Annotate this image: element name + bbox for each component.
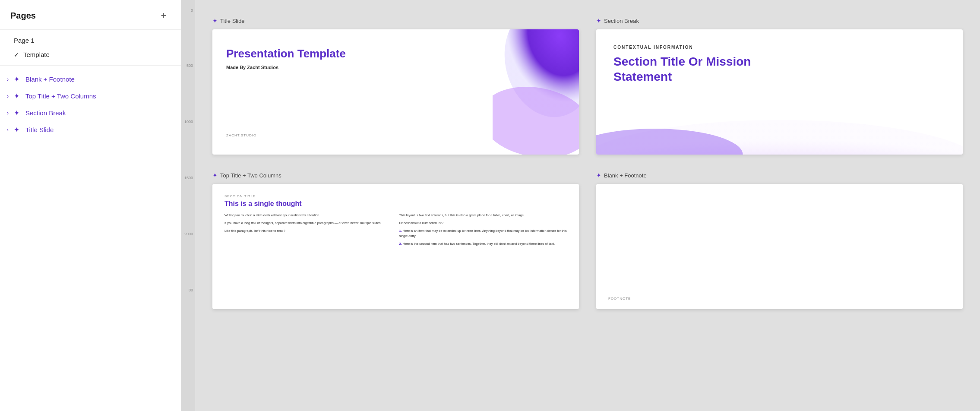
drag-icon-title-slide: ✦ [14, 126, 19, 134]
sidebar-header: Pages + [0, 0, 181, 30]
two-col-left: Writing too much in a slide deck will lo… [224, 213, 392, 249]
slides-container: ✦ Title Slide Presentation Template Made… [195, 0, 980, 411]
title-slide-content: Presentation Template Made By Zacht Stud… [212, 29, 493, 155]
layouts-list: › ✦ Blank + Footnote › ✦ Top Title + Two… [0, 66, 181, 411]
canvas-area: 0 500 1000 1500 2000 00 ✦ Title Slide Pr… [181, 0, 980, 411]
section-break-wrapper: ✦ Section Break CONTEXTUAL INFORMATION S… [596, 17, 963, 155]
expand-icon-blank: › [7, 76, 9, 82]
expand-icon-title-slide: › [7, 127, 9, 133]
ruler-mark-1500: 1500 [184, 176, 193, 180]
two-col-right: This layout is two text columns, but thi… [399, 213, 567, 249]
blank-footnote-text: FOOTNOTE [608, 297, 951, 300]
layout-label-section-break: Section Break [25, 109, 66, 117]
title-slide-wrapper: ✦ Title Slide Presentation Template Made… [212, 17, 579, 155]
drag-icon-section-break: ✦ [14, 109, 19, 117]
ruler-mark-2000: 2000 [184, 232, 193, 236]
two-col-columns: Writing too much in a slide deck will lo… [224, 213, 567, 249]
col2-item1-text: Here is an item that may be extended up … [399, 229, 567, 238]
title-slide-graphic [493, 29, 579, 155]
ruler-mark-1000: 1000 [184, 120, 193, 124]
section-break-contextual-label: CONTEXTUAL INFORMATION [613, 45, 945, 50]
layout-item-title-slide[interactable]: › ✦ Title Slide [0, 121, 181, 138]
ruler-mark-00: 00 [189, 288, 193, 292]
title-slide-label-icon: ✦ [212, 17, 218, 24]
two-columns-wrapper: ✦ Top Title + Two Columns Section Title … [212, 172, 579, 309]
template-label: Template [23, 51, 50, 58]
col2-item2-text: Here is the second item that has two sen… [403, 242, 555, 246]
ruler-mark-0: 0 [191, 9, 193, 13]
section-break-graphic [596, 103, 963, 155]
section-break-card[interactable]: CONTEXTUAL INFORMATION Section Title Or … [596, 29, 963, 155]
ruler-mark-500: 500 [187, 64, 193, 68]
drag-icon-blank: ✦ [14, 75, 19, 83]
expand-icon-top-title: › [7, 93, 9, 99]
blank-footnote-card[interactable]: FOOTNOTE [596, 184, 963, 309]
two-col-title: This is a single thought [224, 200, 567, 208]
layout-item-blank-footnote[interactable]: › ✦ Blank + Footnote [0, 71, 181, 88]
section-break-text-content: CONTEXTUAL INFORMATION Section Title Or … [613, 45, 945, 84]
title-slide-main: Presentation Template Made By Zacht Stud… [226, 47, 479, 70]
expand-icon-section-break: › [7, 110, 9, 116]
sidebar-title: Pages [10, 11, 36, 21]
pages-list: Page 1 ✓ Template [0, 30, 181, 66]
two-col-section-label: Section Title [224, 194, 567, 198]
drag-icon-top-title: ✦ [14, 92, 19, 100]
page-item-template[interactable]: ✓ Template [0, 47, 181, 62]
two-columns-label: ✦ Top Title + Two Columns [212, 172, 579, 179]
title-slide-title: Presentation Template [226, 47, 479, 61]
add-page-button[interactable]: + [157, 9, 171, 22]
layout-item-top-title-two-columns[interactable]: › ✦ Top Title + Two Columns [0, 88, 181, 104]
layout-label-blank-footnote: Blank + Footnote [25, 76, 75, 83]
layout-label-title-slide: Title Slide [25, 126, 54, 133]
section-break-label-icon: ✦ [596, 17, 601, 24]
blank-footnote-wrapper: ✦ Blank + Footnote FOOTNOTE [596, 172, 963, 309]
two-columns-card[interactable]: Section Title This is a single thought W… [212, 184, 579, 309]
title-slide-label: ✦ Title Slide [212, 17, 579, 24]
check-icon: ✓ [14, 51, 19, 58]
page-item-page1[interactable]: Page 1 [0, 33, 181, 47]
sidebar: Pages + Page 1 ✓ Template › ✦ Blank + Fo… [0, 0, 181, 411]
section-break-title: Section Title Or Mission Statement [613, 54, 945, 84]
layout-label-top-title-two-columns: Top Title + Two Columns [25, 92, 96, 100]
page1-label: Page 1 [14, 37, 35, 44]
title-slide-subtitle: Made By Zacht Studios [226, 65, 479, 70]
layout-item-section-break[interactable]: › ✦ Section Break [0, 104, 181, 121]
two-columns-label-icon: ✦ [212, 172, 218, 179]
title-slide-footer: ZACHT.STUDIO [226, 133, 479, 137]
ruler-left: 0 500 1000 1500 2000 00 [181, 0, 195, 411]
title-slide-card[interactable]: Presentation Template Made By Zacht Stud… [212, 29, 579, 155]
blank-footnote-label-icon: ✦ [596, 172, 601, 179]
blank-footnote-label: ✦ Blank + Footnote [596, 172, 963, 179]
section-break-label: ✦ Section Break [596, 17, 963, 24]
